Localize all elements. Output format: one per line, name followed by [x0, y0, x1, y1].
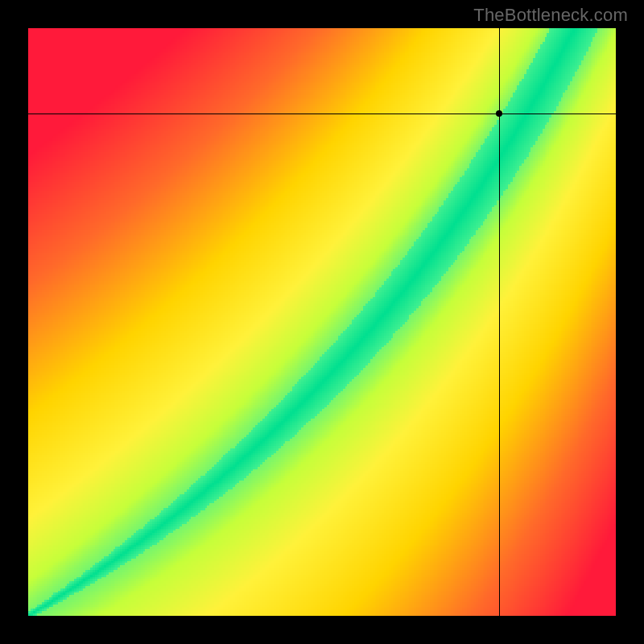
watermark-text: TheBottleneck.com — [473, 5, 628, 26]
heatmap-plot — [28, 28, 616, 616]
frame: TheBottleneck.com — [0, 0, 644, 644]
heatmap-canvas — [28, 28, 616, 616]
